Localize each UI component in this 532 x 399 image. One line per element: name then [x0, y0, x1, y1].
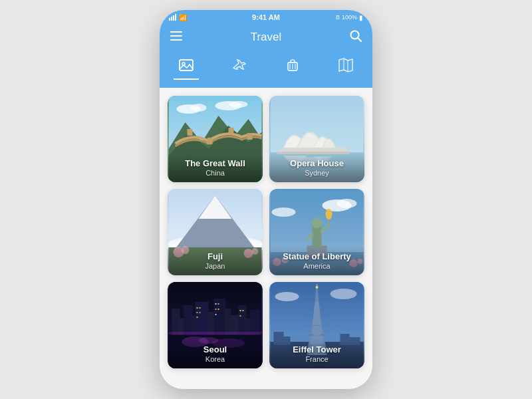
battery-label: 100%: [342, 14, 357, 21]
svg-marker-11: [339, 59, 352, 72]
cards-grid: The Great Wall China: [168, 96, 364, 368]
svg-rect-19: [229, 128, 234, 134]
svg-line-4: [358, 38, 361, 41]
svg-point-42: [337, 199, 357, 208]
battery-icon: ▮: [359, 14, 363, 21]
svg-rect-79: [215, 303, 217, 305]
page-title: Travel: [251, 31, 282, 44]
svg-rect-64: [184, 305, 194, 335]
search-header-icon[interactable]: [350, 30, 362, 45]
content-area: The Great Wall China: [160, 88, 372, 389]
card-great-wall-subtitle: China: [173, 169, 257, 177]
card-fuji[interactable]: Fuji Japan: [168, 189, 263, 275]
status-bar: 📶 9:41 AM B 100% ▮: [160, 10, 372, 25]
svg-rect-20: [247, 133, 253, 140]
svg-point-111: [331, 289, 357, 299]
card-opera-house-subtitle: Sydney: [275, 169, 359, 177]
status-time: 9:41 AM: [252, 13, 280, 21]
status-right: B 100% ▮: [336, 14, 363, 21]
card-seoul[interactable]: Seoul Korea: [168, 282, 263, 368]
svg-point-43: [272, 207, 296, 217]
svg-point-24: [229, 101, 248, 108]
card-eiffel-subtitle: France: [275, 355, 359, 363]
card-opera-house[interactable]: Opera House Sydney: [269, 96, 364, 182]
status-left: 📶: [169, 14, 187, 21]
card-liberty[interactable]: Statue of Liberty America: [269, 189, 364, 275]
svg-rect-74: [197, 307, 198, 309]
svg-rect-82: [218, 309, 219, 310]
card-seoul-title: Seoul: [173, 344, 257, 355]
bluetooth-icon: B: [336, 14, 340, 21]
svg-rect-84: [240, 310, 241, 311]
hamburger-icon[interactable]: [170, 31, 182, 43]
svg-rect-80: [218, 303, 219, 305]
svg-rect-77: [200, 312, 201, 313]
svg-rect-85: [243, 310, 244, 311]
card-liberty-subtitle: America: [275, 262, 359, 270]
svg-rect-75: [200, 307, 201, 309]
phone-frame: 📶 9:41 AM B 100% ▮ Travel: [160, 10, 372, 389]
signal-icon: [169, 14, 176, 21]
app-header: Travel: [160, 25, 372, 50]
card-opera-house-title: Opera House: [275, 158, 359, 169]
card-great-wall-title: The Great Wall: [173, 158, 257, 169]
svg-rect-87: [169, 332, 262, 334]
card-seoul-subtitle: Korea: [173, 355, 257, 363]
svg-point-52: [312, 219, 323, 228]
svg-point-51: [326, 209, 332, 219]
svg-rect-1: [170, 35, 182, 37]
svg-rect-66: [196, 302, 209, 335]
card-great-wall[interactable]: The Great Wall China: [168, 96, 263, 182]
tab-luggage[interactable]: [280, 55, 305, 80]
svg-rect-81: [215, 309, 217, 310]
svg-rect-86: [240, 315, 241, 317]
card-fuji-title: Fuji: [173, 251, 257, 262]
svg-rect-2: [170, 39, 182, 41]
svg-rect-5: [180, 60, 193, 70]
tab-map[interactable]: [333, 55, 358, 80]
card-eiffel[interactable]: Eiffel Tower France: [269, 282, 364, 368]
svg-rect-73: [251, 310, 260, 335]
card-fuji-subtitle: Japan: [173, 262, 257, 270]
svg-rect-83: [215, 314, 217, 315]
wifi-icon: 📶: [179, 14, 187, 21]
svg-point-110: [275, 292, 299, 301]
svg-rect-17: [188, 129, 193, 136]
tab-bar: [160, 50, 372, 88]
svg-rect-0: [170, 31, 182, 33]
tab-photos[interactable]: [174, 55, 199, 80]
svg-point-22: [191, 104, 207, 112]
card-eiffel-title: Eiffel Tower: [275, 344, 359, 355]
svg-rect-78: [197, 317, 198, 318]
svg-point-107: [316, 286, 319, 289]
tab-flights[interactable]: [227, 55, 252, 80]
svg-rect-76: [197, 312, 198, 313]
svg-rect-18: [207, 138, 213, 144]
card-liberty-title: Statue of Liberty: [275, 251, 359, 262]
svg-rect-108: [314, 334, 321, 336]
